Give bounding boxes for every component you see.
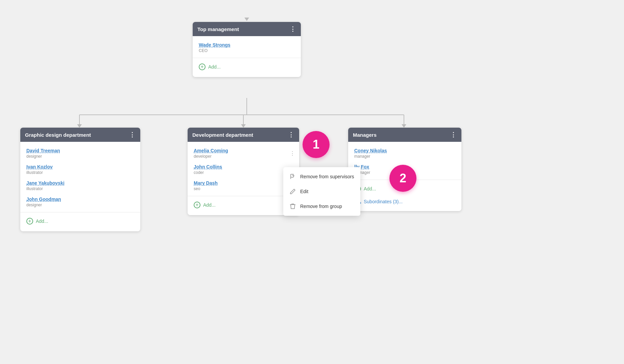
person-role-coney: manager — [354, 154, 455, 159]
person-name-jane[interactable]: Jane Yakubovski — [26, 180, 134, 186]
svg-marker-6 — [241, 124, 246, 128]
add-plus-icon: + — [26, 218, 33, 225]
person-name-john-g[interactable]: John Goodman — [26, 197, 134, 202]
person-row: John Goodman designer — [20, 194, 140, 210]
top-management-body: Wade Strongs CEO + Add... — [193, 36, 301, 77]
top-management-header: Top management ⋮ — [193, 22, 301, 36]
subordinates-link[interactable]: Subordinates (3)... — [348, 196, 461, 208]
trash-icon — [289, 203, 296, 210]
amelia-row-menu[interactable]: ⋮ — [290, 150, 295, 157]
person-row: Ivan Kozlov illustrator — [20, 161, 140, 178]
graphic-design-menu[interactable]: ⋮ — [129, 132, 136, 138]
top-management-card: Top management ⋮ Wade Strongs CEO + Add.… — [193, 22, 301, 77]
graphic-design-add[interactable]: + Add... — [20, 214, 140, 228]
svg-marker-8 — [244, 18, 249, 21]
graphic-design-card: Graphic design department ⋮ David Treema… — [20, 128, 140, 231]
person-row: Coney Nikolas manager — [348, 145, 461, 161]
svg-marker-7 — [402, 124, 406, 128]
context-menu: Remove from supervisors Edit Remove from… — [283, 167, 360, 216]
edit-icon — [289, 188, 296, 195]
person-name-mary[interactable]: Mary Dash — [194, 180, 293, 186]
add-plus-icon: + — [194, 202, 200, 208]
person-name-coney[interactable]: Coney Nikolas — [354, 148, 455, 153]
development-header: Development department ⋮ — [188, 128, 299, 142]
add-label: Add... — [208, 64, 221, 70]
top-management-menu[interactable]: ⋮ — [290, 26, 296, 32]
person-row: John Collins coder — [188, 161, 299, 178]
person-role-amelia: developer — [194, 154, 293, 159]
person-role-ivan: illustrator — [26, 170, 134, 175]
person-role-john-c: coder — [194, 170, 293, 175]
graphic-design-header: Graphic design department ⋮ — [20, 128, 140, 142]
person-name[interactable]: Wade Strongs — [199, 42, 295, 48]
person-role-mary: seo — [194, 186, 293, 191]
managers-title: Managers — [353, 132, 377, 138]
add-label: Add... — [36, 218, 48, 224]
person-name-amelia[interactable]: Amelia Coming — [194, 148, 293, 153]
person-role-david: designer — [26, 154, 134, 159]
person-name-ivan[interactable]: Ivan Kozlov — [26, 164, 134, 170]
managers-menu[interactable]: ⋮ — [450, 132, 457, 138]
development-card: Development department ⋮ Amelia Coming d… — [188, 128, 299, 215]
remove-group-label: Remove from group — [300, 204, 342, 209]
edit-label: Edit — [300, 189, 308, 194]
graphic-design-body: David Treeman designer Ivan Kozlov illus… — [20, 142, 140, 231]
person-role-john-g: designer — [26, 203, 134, 207]
badge-2: 2 — [389, 165, 416, 192]
badge-1: 1 — [303, 131, 330, 158]
development-body: Amelia Coming developer ⋮ John Collins c… — [188, 142, 299, 215]
person-name-john-c[interactable]: John Collins — [194, 164, 293, 170]
add-plus-icon: + — [199, 63, 206, 70]
top-management-add[interactable]: + Add... — [193, 60, 301, 74]
person-role-jane: illustrator — [26, 186, 134, 191]
add-label: Add... — [364, 186, 376, 191]
development-add[interactable]: + Add... — [188, 198, 299, 212]
add-label: Add... — [203, 202, 216, 208]
org-chart-canvas: Top management ⋮ Wade Strongs CEO + Add.… — [0, 0, 624, 364]
subordinates-label: Subordinates (3)... — [364, 199, 403, 204]
person-row: Wade Strongs CEO — [193, 40, 301, 56]
person-row: Mary Dash seo — [188, 178, 299, 194]
edit-item[interactable]: Edit — [283, 184, 360, 199]
person-row: David Treeman designer — [20, 145, 140, 161]
svg-marker-5 — [77, 124, 82, 128]
development-menu[interactable]: ⋮ — [288, 132, 294, 138]
person-row: Jane Yakubovski illustrator — [20, 178, 140, 194]
remove-supervisors-label: Remove from supervisors — [300, 174, 354, 179]
flag-icon — [289, 173, 296, 180]
remove-from-supervisors-item[interactable]: Remove from supervisors — [283, 169, 360, 184]
person-role: CEO — [199, 48, 295, 53]
graphic-design-title: Graphic design department — [25, 132, 91, 138]
development-title: Development department — [192, 132, 253, 138]
remove-from-group-item[interactable]: Remove from group — [283, 199, 360, 214]
person-name-david[interactable]: David Treeman — [26, 148, 134, 153]
managers-header: Managers ⋮ — [348, 128, 461, 142]
person-row: Amelia Coming developer ⋮ — [188, 145, 299, 161]
top-management-title: Top management — [197, 26, 239, 32]
